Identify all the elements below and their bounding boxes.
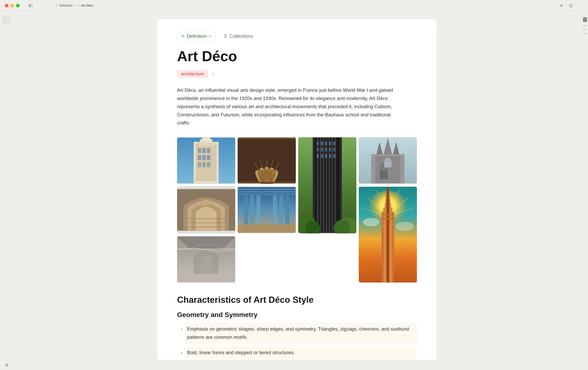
app-window: ← → ✎ Definition / ✎ Art Déco: [0, 0, 588, 370]
geometry-bullet-list: Emphasis on geometric shapes, sharp edge…: [177, 323, 417, 359]
image-building-2[interactable]: [298, 137, 356, 233]
svg-point-4: [569, 4, 573, 7]
scroll-indicator-3: [583, 29, 587, 30]
svg-rect-57: [333, 148, 336, 152]
forward-button[interactable]: →: [46, 3, 52, 9]
image-cathedral[interactable]: [359, 137, 417, 184]
page-icon: ✎: [56, 4, 58, 7]
titlebar: ← → ✎ Definition / ✎ Art Déco: [0, 0, 588, 11]
svg-rect-49: [321, 141, 323, 145]
main-layout: › ✎ Definition ∨ 🗄 Collections: [0, 11, 588, 370]
expand-icon: ›: [5, 18, 6, 22]
svg-rect-55: [325, 148, 327, 152]
svg-rect-62: [333, 154, 336, 158]
current-page-icon: ✎: [77, 4, 80, 7]
expand-sidebar-button[interactable]: ›: [2, 15, 10, 24]
svg-point-5: [570, 5, 572, 6]
svg-rect-58: [316, 154, 319, 158]
svg-rect-73: [380, 171, 387, 179]
svg-rect-43: [323, 137, 324, 233]
right-panel: [582, 11, 588, 370]
svg-rect-0: [29, 4, 30, 7]
collections-tab-icon: 🗄: [223, 34, 227, 39]
breadcrumb-current-item: ✎ Art Déco: [77, 4, 93, 7]
tab-definition[interactable]: ✎ Definition ∨: [177, 31, 215, 41]
titlebar-right: ···: [559, 3, 583, 9]
image-hall[interactable]: [238, 186, 296, 233]
traffic-lights: [5, 4, 20, 7]
svg-rect-47: [334, 137, 336, 233]
definition-tab-chevron: ∨: [209, 34, 211, 38]
scroll-indicator-2: [583, 25, 587, 26]
more-options-icon[interactable]: ···: [577, 3, 583, 9]
svg-rect-113: [383, 214, 393, 215]
tab-collections[interactable]: 🗄 Collections: [220, 31, 257, 41]
svg-rect-16: [202, 155, 206, 160]
svg-rect-89: [238, 189, 296, 190]
collections-tab-label: Collections: [230, 33, 253, 39]
svg-rect-11: [202, 138, 210, 140]
minimize-button[interactable]: [10, 4, 14, 7]
svg-rect-79: [186, 222, 227, 223]
bullet-item-2: Bold, linear forms and stepped or tiered…: [185, 346, 417, 359]
article-title: Art Déco: [177, 48, 417, 64]
scroll-indicator-1: [583, 17, 587, 22]
titlebar-left: ← → ✎ Definition / ✎ Art Déco: [5, 2, 559, 9]
svg-rect-112: [381, 218, 395, 220]
svg-point-77: [202, 200, 210, 206]
svg-rect-75: [384, 163, 391, 168]
svg-rect-54: [321, 148, 323, 152]
settings-icon[interactable]: [559, 3, 565, 9]
svg-rect-36: [238, 138, 296, 139]
svg-rect-90: [238, 191, 296, 192]
svg-rect-92: [238, 224, 296, 233]
svg-rect-61: [329, 154, 331, 158]
svg-rect-20: [207, 162, 210, 167]
bullet-item-1: Emphasis on geometric shapes, sharp edge…: [185, 323, 417, 344]
svg-rect-59: [321, 154, 323, 158]
svg-rect-51: [329, 141, 331, 145]
svg-rect-12: [198, 148, 201, 153]
svg-rect-48: [316, 141, 319, 145]
tag-add-icon[interactable]: ◇: [211, 71, 215, 76]
svg-rect-44: [326, 137, 327, 233]
svg-rect-53: [316, 148, 319, 152]
image-arch[interactable]: [177, 186, 235, 233]
tab-bar: ✎ Definition ∨ 🗄 Collections: [177, 31, 417, 41]
svg-rect-1: [31, 4, 33, 5]
svg-rect-50: [325, 141, 327, 145]
svg-rect-111: [387, 187, 388, 283]
svg-rect-56: [329, 148, 331, 152]
breadcrumb-parent[interactable]: ✎ Definition: [56, 4, 73, 7]
breadcrumb-separator: /: [74, 4, 75, 7]
command-icon: ⌘: [5, 363, 9, 368]
close-button[interactable]: [5, 4, 8, 7]
back-button[interactable]: ←: [38, 3, 44, 9]
breadcrumb: ✎ Definition / ✎ Art Déco: [56, 4, 93, 7]
scroll-indicator-4: [583, 33, 587, 34]
definition-tab-icon: ✎: [181, 34, 185, 39]
bottom-bar: ⌘: [0, 360, 588, 370]
image-poster[interactable]: [359, 186, 417, 283]
definition-tab-label: Definition: [187, 33, 207, 39]
image-fan[interactable]: [238, 137, 296, 184]
subsection-geometry-title: Geometry and Symmetry: [177, 311, 417, 319]
image-corridor[interactable]: [177, 236, 235, 283]
content-area[interactable]: ✎ Definition ∨ 🗄 Collections Art Déco ar…: [12, 11, 582, 370]
sidebar-toggle-button[interactable]: [28, 2, 34, 9]
architecture-tag[interactable]: architecture: [177, 70, 208, 78]
svg-rect-78: [186, 218, 227, 219]
adjust-icon[interactable]: [568, 3, 574, 9]
svg-rect-14: [207, 148, 210, 153]
svg-rect-18: [198, 162, 201, 167]
image-building-1[interactable]: [177, 137, 235, 184]
breadcrumb-parent-label[interactable]: Definition: [59, 4, 73, 7]
article-description: Art Déco, an influential visual arts des…: [177, 86, 397, 127]
svg-rect-46: [331, 137, 333, 233]
svg-rect-19: [202, 162, 206, 167]
svg-rect-37: [238, 182, 296, 183]
section-characteristics-title: Characteristics of Art Déco Style: [177, 295, 417, 305]
svg-rect-60: [325, 154, 327, 158]
nav-buttons: ← →: [38, 3, 52, 9]
maximize-button[interactable]: [16, 4, 20, 7]
